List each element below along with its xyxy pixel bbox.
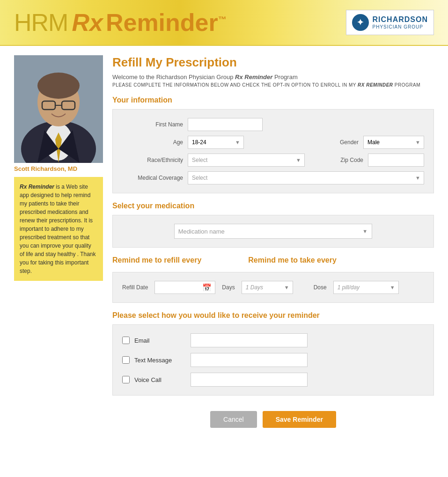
app-logo: HRM Rx Reminder™ — [14, 8, 227, 37]
refill-date-input-wrapper: 📅 — [154, 281, 215, 294]
remind-section: Refill Date 📅 Days 1 Days 2 Days 3 Days … — [112, 272, 434, 303]
your-info-section: First Name Age 18-24 25-34 35-44 45-54 5… — [112, 109, 434, 193]
svg-point-4 — [37, 73, 80, 99]
logo-reminder: Reminder™ — [106, 8, 227, 37]
sidebar-note: Rx Reminder is a Web site app designed t… — [14, 177, 103, 281]
gender-select-wrapper: Male Female Other ▼ — [363, 136, 424, 149]
reminder-pref-title: Please select how you would like to rece… — [112, 311, 434, 320]
age-select-wrapper: 18-24 25-34 35-44 45-54 55-64 65+ ▼ — [188, 136, 244, 149]
button-row: Cancel Save Reminder — [112, 404, 434, 437]
first-name-label: First Name — [122, 121, 183, 128]
text-label: Text Message — [134, 357, 186, 364]
race-select-wrapper: Select White Black or African American H… — [188, 154, 305, 167]
richardson-logo: ✦ RICHARDSON PHYSICIAN GROUP — [346, 10, 434, 35]
header-right: ✦ RICHARDSON PHYSICIAN GROUP — [346, 10, 434, 35]
medical-label: Medical Coverage — [122, 175, 183, 181]
text-input[interactable] — [191, 353, 308, 367]
email-label: Email — [134, 337, 186, 344]
doctor-name: Scott Richardson, MD — [14, 165, 103, 172]
your-info-title: Your information — [112, 96, 434, 104]
voice-input[interactable] — [191, 373, 308, 387]
page-subtitle: Welcome to the Richardson Physician Grou… — [112, 73, 434, 81]
email-checkbox[interactable] — [122, 337, 130, 344]
gender-label: Gender — [321, 139, 359, 146]
reminder-preference-section: Email Text Message Voice Call — [112, 324, 434, 396]
richardson-name: RICHARDSON — [373, 15, 428, 24]
dose-select[interactable]: 1 pill/day 2 pills/day 3 pills/day Once … — [333, 281, 399, 294]
medication-section: Medication name ▼ — [112, 215, 434, 248]
medication-select[interactable]: Medication name — [174, 224, 373, 239]
zip-input[interactable] — [368, 154, 424, 167]
doctor-photo-svg — [14, 55, 103, 163]
page-subtitle2: PLEASE COMPLETE THE INFORMATION BELOW AN… — [112, 82, 434, 88]
medical-row: Medical Coverage Select Private Insuranc… — [122, 171, 424, 184]
dose-label: Dose — [314, 284, 327, 291]
sidebar: Scott Richardson, MD Rx Reminder is a We… — [14, 55, 103, 437]
header: HRM Rx Reminder™ ✦ RICHARDSON PHYSICIAN … — [0, 0, 448, 46]
voice-label: Voice Call — [134, 376, 186, 383]
remind-take-title: Remind me to take every — [248, 256, 337, 264]
richardson-text: RICHARDSON PHYSICIAN GROUP — [373, 15, 428, 29]
richardson-sub: PHYSICIAN GROUP — [373, 24, 428, 30]
voice-checkbox[interactable] — [122, 376, 130, 383]
richardson-icon: ✦ — [352, 14, 369, 31]
page-title: Refill My Prescription — [112, 55, 434, 70]
voice-option: Voice Call — [122, 373, 424, 387]
medication-select-wrapper: Medication name ▼ — [174, 224, 373, 239]
days-select[interactable]: 1 Days 2 Days 3 Days 7 Days 14 Days 30 D… — [242, 281, 293, 294]
remind-row: Refill Date 📅 Days 1 Days 2 Days 3 Days … — [122, 281, 424, 294]
logo-hrm: HRM — [14, 8, 68, 37]
refill-date-label: Refill Date — [122, 284, 148, 291]
race-zip-row: Race/Ethnicity Select White Black or Afr… — [122, 154, 424, 167]
remind-refill-title: Remind me to refill every — [112, 256, 201, 264]
first-name-input[interactable] — [188, 118, 263, 131]
email-input[interactable] — [191, 333, 308, 347]
calendar-icon: 📅 — [202, 283, 212, 292]
sidebar-note-rx: Rx Reminder — [20, 183, 54, 190]
gender-select[interactable]: Male Female Other — [363, 136, 424, 149]
sidebar-note-text: is a Web site app designed to help remin… — [20, 183, 96, 274]
doctor-photo — [14, 55, 103, 163]
remind-titles-row: Remind me to refill every Remind me to t… — [112, 256, 434, 269]
age-label: Age — [122, 139, 183, 146]
main-wrapper: Scott Richardson, MD Rx Reminder is a We… — [0, 46, 448, 447]
age-select[interactable]: 18-24 25-34 35-44 45-54 55-64 65+ — [188, 136, 244, 149]
content: Refill My Prescription Welcome to the Ri… — [112, 55, 434, 437]
race-label: Race/Ethnicity — [122, 157, 183, 163]
text-checkbox[interactable] — [122, 356, 130, 364]
cancel-button[interactable]: Cancel — [210, 411, 257, 428]
save-reminder-button[interactable]: Save Reminder — [263, 411, 336, 428]
dose-select-wrapper: 1 pill/day 2 pills/day 3 pills/day Once … — [333, 281, 399, 294]
medical-select[interactable]: Select Private Insurance Medicare Medica… — [188, 171, 424, 184]
logo-rx: Rx — [72, 8, 103, 37]
text-option: Text Message — [122, 353, 424, 367]
race-select[interactable]: Select White Black or African American H… — [188, 154, 305, 167]
medical-select-wrapper: Select Private Insurance Medicare Medica… — [188, 171, 424, 184]
days-label: Days — [222, 284, 235, 291]
age-gender-row: Age 18-24 25-34 35-44 45-54 55-64 65+ ▼ … — [122, 136, 424, 149]
zip-label: Zip Code — [326, 157, 363, 163]
first-name-row: First Name — [122, 118, 424, 131]
days-select-wrapper: 1 Days 2 Days 3 Days 7 Days 14 Days 30 D… — [242, 281, 293, 294]
medication-title: Select your medication — [112, 202, 434, 210]
email-option: Email — [122, 333, 424, 347]
